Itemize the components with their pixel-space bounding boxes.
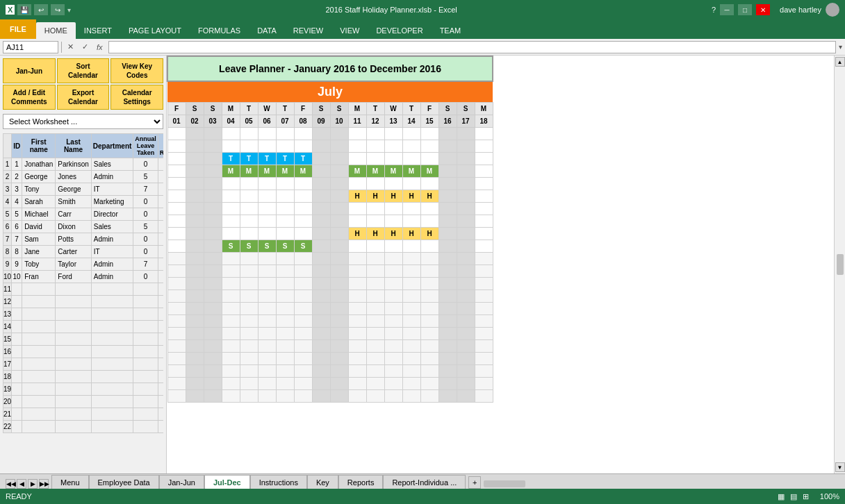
calendar-cell[interactable] — [186, 190, 204, 203]
calendar-cell[interactable] — [420, 240, 438, 253]
calendar-cell[interactable] — [348, 140, 366, 153]
calendar-cell[interactable]: H — [366, 228, 384, 240]
calendar-cell[interactable] — [438, 240, 457, 253]
calendar-cell[interactable] — [402, 178, 420, 190]
calendar-cell[interactable] — [167, 178, 186, 190]
calendar-cell[interactable] — [402, 153, 420, 165]
calendar-cell[interactable] — [276, 228, 294, 240]
tab-formulas[interactable]: FORMULAS — [190, 22, 249, 39]
redo-btn[interactable]: ↪ — [51, 4, 65, 15]
calendar-cell[interactable] — [204, 190, 222, 203]
sheet-tab[interactable]: Reports — [338, 475, 384, 489]
calendar-cell[interactable] — [457, 215, 475, 228]
scroll-thumb[interactable] — [837, 254, 844, 275]
calendar-cell[interactable] — [258, 128, 276, 140]
minimize-btn[interactable]: ─ — [720, 4, 734, 15]
tab-file[interactable]: FILE — [0, 19, 36, 39]
calendar-cell[interactable] — [240, 190, 258, 203]
calendar-cell[interactable] — [384, 215, 402, 228]
calendar-cell[interactable]: S — [258, 240, 276, 253]
calendar-cell[interactable]: M — [420, 165, 438, 178]
calendar-cell[interactable]: H — [420, 228, 438, 240]
calendar-cell[interactable] — [222, 178, 240, 190]
add-sheet-btn[interactable]: + — [468, 476, 481, 489]
calendar-cell[interactable] — [186, 153, 204, 165]
calendar-cell[interactable] — [457, 165, 475, 178]
calendar-cell[interactable] — [294, 215, 312, 228]
calendar-cell[interactable] — [222, 190, 240, 203]
calendar-cell[interactable] — [420, 128, 438, 140]
calendar-cell[interactable] — [294, 128, 312, 140]
calendar-cell[interactable] — [204, 203, 222, 215]
calendar-cell[interactable] — [240, 215, 258, 228]
calendar-cell[interactable] — [384, 240, 402, 253]
calendar-cell[interactable] — [384, 128, 402, 140]
sheet-tab[interactable]: Jul-Dec — [204, 475, 250, 489]
calendar-cell[interactable] — [348, 128, 366, 140]
calendar-cell[interactable]: S — [222, 240, 240, 253]
calendar-cell[interactable] — [475, 178, 493, 190]
sheet-tab[interactable]: Key — [307, 475, 338, 489]
calendar-cell[interactable]: H — [402, 228, 420, 240]
calendar-cell[interactable] — [402, 128, 420, 140]
tab-view[interactable]: VIEW — [331, 22, 368, 39]
calendar-cell[interactable] — [276, 140, 294, 153]
help-btn[interactable]: ? — [712, 6, 716, 14]
calendar-cell[interactable]: M — [240, 165, 258, 178]
calendar-cell[interactable] — [384, 178, 402, 190]
calendar-cell[interactable] — [457, 128, 475, 140]
calendar-cell[interactable] — [294, 228, 312, 240]
confirm-formula[interactable]: ✓ — [79, 42, 91, 51]
calendar-cell[interactable] — [294, 140, 312, 153]
calendar-cell[interactable] — [366, 203, 384, 215]
calendar-cell[interactable]: M — [384, 165, 402, 178]
formula-input[interactable] — [108, 41, 836, 53]
calendar-cell[interactable] — [438, 140, 457, 153]
calendar-cell[interactable] — [276, 190, 294, 203]
calendar-cell[interactable] — [240, 128, 258, 140]
export-calendar-btn[interactable]: Export Calendar — [57, 85, 110, 110]
view-layout-btn[interactable]: ▤ — [790, 492, 797, 501]
calendar-cell[interactable] — [330, 178, 348, 190]
calendar-cell[interactable] — [204, 140, 222, 153]
calendar-cell[interactable]: M — [222, 165, 240, 178]
calendar-cell[interactable] — [167, 128, 186, 140]
calendar-cell[interactable] — [420, 140, 438, 153]
calendar-cell[interactable] — [330, 140, 348, 153]
calendar-cell[interactable] — [312, 190, 330, 203]
calendar-cell[interactable] — [167, 140, 186, 153]
calendar-cell[interactable] — [475, 128, 493, 140]
calendar-cell[interactable] — [294, 190, 312, 203]
calendar-cell[interactable] — [438, 153, 457, 165]
cancel-formula[interactable]: ✕ — [65, 42, 76, 51]
calendar-cell[interactable] — [402, 240, 420, 253]
select-worksheet-dropdown[interactable]: Select Worksheet ... — [3, 114, 163, 129]
calendar-cell[interactable]: M — [402, 165, 420, 178]
calendar-cell[interactable] — [167, 215, 186, 228]
calendar-cell[interactable]: M — [258, 165, 276, 178]
calendar-cell[interactable] — [475, 140, 493, 153]
spreadsheet-area[interactable]: Leave Planner - January 2016 to December… — [167, 56, 834, 473]
calendar-cell[interactable] — [348, 215, 366, 228]
calendar-cell[interactable] — [438, 228, 457, 240]
tab-data[interactable]: DATA — [249, 22, 285, 39]
calendar-cell[interactable] — [366, 128, 384, 140]
calendar-cell[interactable]: H — [348, 228, 366, 240]
calendar-cell[interactable] — [312, 165, 330, 178]
jan-jun-btn[interactable]: Jan-Jun — [3, 58, 56, 83]
calendar-cell[interactable] — [222, 203, 240, 215]
calendar-cell[interactable]: S — [240, 240, 258, 253]
calendar-cell[interactable] — [420, 178, 438, 190]
calendar-cell[interactable] — [348, 240, 366, 253]
calendar-cell[interactable] — [258, 178, 276, 190]
calendar-cell[interactable]: T — [258, 153, 276, 165]
calendar-cell[interactable] — [366, 153, 384, 165]
calendar-cell[interactable] — [167, 153, 186, 165]
calendar-cell[interactable] — [186, 215, 204, 228]
view-key-codes-btn[interactable]: View Key Codes — [110, 58, 163, 83]
calendar-cell[interactable] — [294, 178, 312, 190]
sheet-tab[interactable]: Employee Data — [89, 475, 159, 489]
calendar-cell[interactable] — [366, 240, 384, 253]
calendar-cell[interactable]: H — [348, 190, 366, 203]
sheet-tab[interactable]: Instructions — [250, 475, 307, 489]
